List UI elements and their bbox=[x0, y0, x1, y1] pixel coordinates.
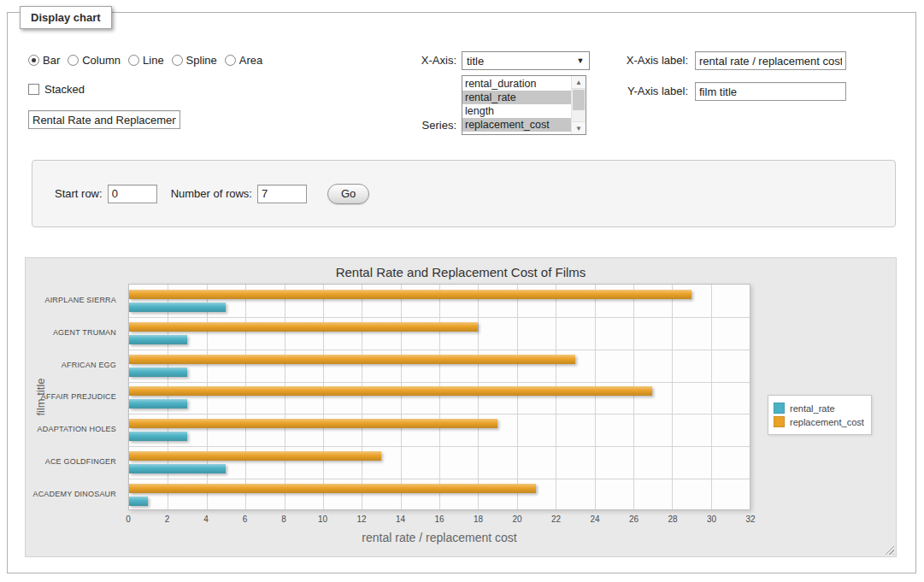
panel-title: Display chart bbox=[20, 6, 112, 29]
x-tick-label: 30 bbox=[707, 514, 716, 524]
bar-rental_rate bbox=[129, 432, 187, 441]
series-option-replacement_cost[interactable]: replacement_cost bbox=[462, 118, 571, 132]
bar-replacement_cost bbox=[129, 419, 497, 428]
y-axis-label-input[interactable] bbox=[695, 82, 846, 101]
legend-entry: rental_rate bbox=[774, 403, 864, 414]
radio-option-label: Column bbox=[82, 54, 121, 67]
bar-replacement_cost bbox=[129, 484, 536, 493]
x-tick-label: 4 bbox=[203, 514, 209, 524]
series-option-rental_rate[interactable]: rental_rate bbox=[462, 91, 571, 104]
category-label: AGENT TRUMAN bbox=[26, 316, 123, 349]
x-axis-caption: X-Axis: bbox=[350, 51, 456, 70]
x-ticks: 02468101214161820222426283032 bbox=[128, 514, 750, 526]
series-scrollbar[interactable]: ▲ ▼ bbox=[571, 76, 586, 134]
category-label: AIRPLANE SIERRA bbox=[26, 284, 123, 316]
radio-option-line[interactable]: Line bbox=[128, 54, 164, 67]
y-category-labels: AIRPLANE SIERRAAGENT TRUMANAFRICAN EGGAF… bbox=[26, 284, 123, 510]
radio-icon bbox=[68, 55, 79, 66]
radio-option-label: Bar bbox=[43, 54, 60, 67]
series-caption: Series: bbox=[350, 116, 456, 135]
x-tick-label: 22 bbox=[551, 514, 561, 524]
radio-option-column[interactable]: Column bbox=[68, 54, 121, 67]
x-tick-label: 26 bbox=[629, 514, 639, 524]
legend-swatch bbox=[774, 403, 785, 414]
bar-rental_rate bbox=[129, 367, 187, 377]
legend-label: rental_rate bbox=[790, 403, 835, 414]
legend-label: replacement_cost bbox=[790, 417, 864, 427]
radio-icon bbox=[128, 55, 139, 66]
bar-replacement_cost bbox=[129, 355, 575, 364]
category-label: ACE GOLDFINGER bbox=[26, 445, 123, 478]
bar-group bbox=[129, 317, 750, 350]
radio-option-label: Area bbox=[239, 54, 262, 67]
x-tick-label: 2 bbox=[165, 514, 170, 524]
x-axis-select[interactable]: title ▼ bbox=[462, 51, 590, 70]
chart-title-input[interactable] bbox=[28, 110, 180, 129]
bar-group bbox=[129, 285, 750, 317]
stacked-checkbox-row[interactable]: Stacked bbox=[28, 83, 85, 96]
x-tick-label: 10 bbox=[318, 514, 327, 524]
radio-option-spline[interactable]: Spline bbox=[172, 54, 217, 67]
category-label: ACADEMY DINOSAUR bbox=[26, 478, 123, 510]
bar-group bbox=[129, 479, 750, 511]
chart-container: Rental Rate and Replacement Cost of Film… bbox=[25, 257, 897, 557]
radio-icon bbox=[172, 55, 183, 66]
bar-replacement_cost bbox=[129, 386, 652, 396]
bar-rental_rate bbox=[129, 335, 187, 344]
series-option-length[interactable]: length bbox=[462, 104, 571, 118]
scrollbar-thumb[interactable] bbox=[573, 90, 585, 110]
stacked-label: Stacked bbox=[44, 83, 85, 96]
radio-option-area[interactable]: Area bbox=[225, 54, 262, 67]
x-tick-label: 14 bbox=[396, 514, 405, 524]
legend-swatch bbox=[774, 416, 785, 427]
bar-group bbox=[129, 446, 750, 479]
radio-option-bar[interactable]: Bar bbox=[28, 54, 60, 67]
x-axis-label-caption: X-Axis label: bbox=[604, 51, 688, 70]
legend-entry: replacement_cost bbox=[774, 416, 864, 427]
x-axis-label-input[interactable] bbox=[695, 51, 846, 70]
bar-rental_rate bbox=[129, 303, 226, 312]
x-tick-label: 8 bbox=[281, 514, 286, 524]
x-tick-label: 18 bbox=[474, 514, 483, 524]
x-tick-label: 6 bbox=[243, 514, 248, 524]
stacked-checkbox[interactable] bbox=[28, 84, 39, 95]
x-tick-label: 0 bbox=[126, 514, 131, 524]
radio-option-label: Spline bbox=[186, 54, 217, 67]
number-of-rows-input[interactable] bbox=[257, 185, 307, 203]
bar-group bbox=[129, 350, 750, 382]
x-axis-select-value: title bbox=[462, 55, 572, 68]
number-of-rows-label: Number of rows: bbox=[171, 187, 252, 200]
chart-type-options: BarColumnLineSplineArea bbox=[28, 54, 270, 67]
x-tick-label: 16 bbox=[434, 514, 444, 524]
scroll-down-icon[interactable]: ▼ bbox=[572, 121, 586, 134]
series-listbox[interactable]: rental_durationrental_ratelengthreplacem… bbox=[462, 75, 586, 135]
radio-option-label: Line bbox=[143, 54, 164, 67]
start-row-input[interactable] bbox=[108, 185, 157, 203]
bar-replacement_cost bbox=[129, 451, 381, 461]
bar-rental_rate bbox=[129, 464, 226, 473]
bar-replacement_cost bbox=[129, 290, 692, 299]
y-axis-label-caption: Y-Axis label: bbox=[604, 82, 688, 101]
x-tick-label: 24 bbox=[590, 514, 599, 524]
bar-replacement_cost bbox=[129, 322, 478, 332]
resize-handle-icon[interactable] bbox=[883, 544, 894, 555]
plot-area bbox=[128, 284, 750, 510]
category-label: AFFAIR PREJUDICE bbox=[26, 381, 123, 414]
chart-x-axis-title: rental rate / replacement cost bbox=[128, 531, 750, 544]
display-chart-panel: Display chart BarColumnLineSplineArea St… bbox=[7, 12, 916, 573]
series-options: rental_durationrental_ratelengthreplacem… bbox=[462, 77, 571, 132]
x-tick-label: 32 bbox=[745, 514, 755, 524]
series-option-rental_duration[interactable]: rental_duration bbox=[462, 77, 571, 91]
go-button[interactable]: Go bbox=[327, 184, 369, 204]
bar-group bbox=[129, 414, 750, 446]
start-row-label: Start row: bbox=[55, 187, 103, 200]
bar-group bbox=[129, 382, 750, 414]
category-label: ADAPTATION HOLES bbox=[26, 413, 123, 445]
scroll-up-icon[interactable]: ▲ bbox=[572, 76, 586, 89]
x-tick-label: 28 bbox=[668, 514, 677, 524]
x-tick-label: 20 bbox=[512, 514, 521, 524]
chart-legend: rental_ratereplacement_cost bbox=[768, 395, 872, 435]
chart-title: Rental Rate and Replacement Cost of Film… bbox=[26, 265, 896, 279]
radio-icon bbox=[28, 55, 39, 66]
radio-icon bbox=[225, 55, 236, 66]
